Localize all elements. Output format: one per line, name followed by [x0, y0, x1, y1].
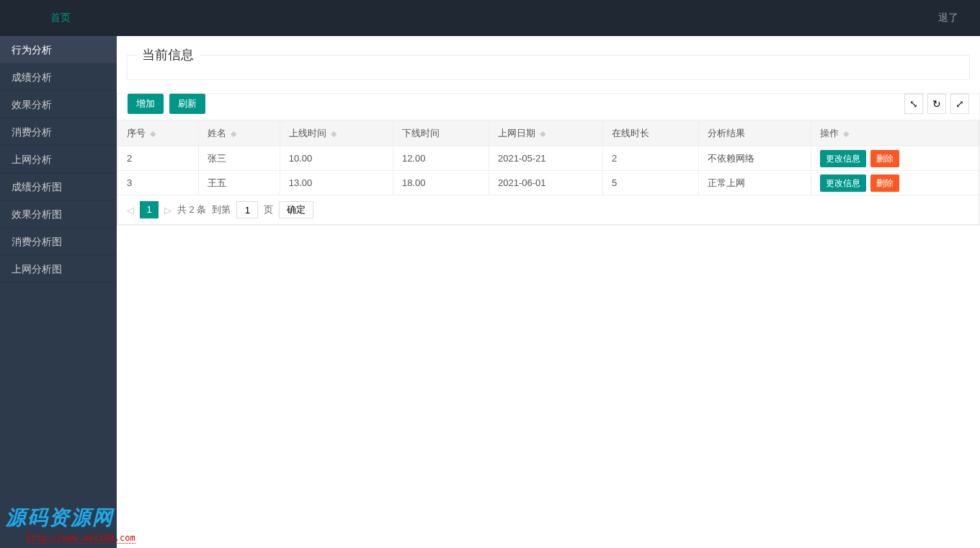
- table-cell: 张三: [199, 146, 280, 171]
- table-cell: 2021-05-21: [489, 146, 602, 171]
- page-next-icon[interactable]: ▷: [164, 205, 172, 216]
- sidebar-item-2[interactable]: 效果分析: [0, 91, 117, 118]
- table-cell: 12.00: [393, 146, 489, 171]
- sidebar-item-4[interactable]: 上网分析: [0, 146, 117, 173]
- col-result: 分析结果: [699, 120, 811, 146]
- table-row: 2张三10.0012.002021-05-212不依赖网络更改信息删除: [118, 146, 979, 171]
- goto-suffix: 页: [264, 203, 273, 216]
- col-online-time[interactable]: 上线时间◆: [280, 120, 393, 146]
- toolbar-icon-1[interactable]: ⤡: [904, 94, 923, 114]
- sort-icon: ◆: [843, 129, 849, 138]
- sidebar-item-1[interactable]: 成绩分析: [0, 63, 117, 91]
- table-row: 3王五13.0018.002021-06-015正常上网更改信息删除: [118, 171, 979, 195]
- table-cell-ops: 更改信息删除: [811, 171, 979, 195]
- data-table: 序号◆ 姓名◆ 上线时间◆ 下线时间 上网日期◆ 在线时长 分析结果 操作◆ 2…: [117, 120, 979, 195]
- col-online-date[interactable]: 上网日期◆: [489, 120, 602, 146]
- edit-button[interactable]: 更改信息: [820, 174, 866, 192]
- sidebar-item-7[interactable]: 消费分析图: [0, 228, 117, 255]
- col-seq[interactable]: 序号◆: [118, 120, 199, 146]
- table-cell: 2: [603, 146, 699, 171]
- main-content: 当前信息 增加 刷新 ⤡ ↻ ⤢ 序号◆ 姓名◆ 上线时间◆ 下线时间 上网日期…: [117, 36, 980, 548]
- sort-icon: ◆: [331, 129, 337, 138]
- table-toolbar: 增加 刷新 ⤡ ↻ ⤢: [117, 94, 979, 120]
- page-total: 共 2 条: [177, 203, 206, 216]
- table-cell: 5: [603, 171, 699, 195]
- fieldset-title: 当前信息: [136, 46, 200, 63]
- edit-button[interactable]: 更改信息: [820, 150, 866, 167]
- sidebar: 行为分析成绩分析效果分析消费分析上网分析成绩分析图效果分析图消费分析图上网分析图: [0, 36, 117, 548]
- sidebar-item-0[interactable]: 行为分析: [0, 36, 117, 63]
- sort-icon: ◆: [540, 129, 545, 138]
- goto-confirm-button[interactable]: 确定: [279, 201, 313, 218]
- table-cell: 13.00: [280, 171, 393, 195]
- top-header: 首页 退了: [0, 0, 980, 36]
- table-cell: 王五: [199, 171, 280, 195]
- watermark-url: http://www.net188.com: [26, 533, 135, 544]
- goto-input[interactable]: [236, 201, 258, 218]
- page-current[interactable]: 1: [140, 201, 159, 218]
- watermark: 源码资源网 http://www.net188.com: [0, 500, 141, 548]
- logout-link[interactable]: 退了: [938, 12, 958, 25]
- pagination: ◁ 1 ▷ 共 2 条 到第 页 确定: [117, 195, 979, 225]
- table-cell: 2: [118, 146, 199, 171]
- col-offline-time: 下线时间: [393, 120, 489, 146]
- add-button[interactable]: 增加: [128, 94, 164, 114]
- sidebar-item-3[interactable]: 消费分析: [0, 118, 117, 146]
- table-cell: 不依赖网络: [699, 146, 811, 171]
- info-fieldset: 当前信息: [127, 46, 970, 80]
- table-cell: 正常上网: [699, 171, 811, 195]
- table-cell: 3: [118, 171, 199, 195]
- toolbar-icon-2[interactable]: ↻: [927, 94, 946, 114]
- table-cell-ops: 更改信息删除: [811, 146, 979, 171]
- table-cell: 18.00: [393, 171, 489, 195]
- delete-button[interactable]: 删除: [870, 150, 899, 167]
- table-cell: 2021-06-01: [489, 171, 602, 195]
- delete-button[interactable]: 删除: [870, 174, 899, 192]
- goto-prefix: 到第: [212, 203, 231, 216]
- col-ops[interactable]: 操作◆: [811, 120, 979, 146]
- col-duration: 在线时长: [603, 120, 699, 146]
- page-prev-icon[interactable]: ◁: [127, 205, 134, 216]
- sidebar-item-6[interactable]: 效果分析图: [0, 200, 117, 228]
- col-name[interactable]: 姓名◆: [199, 120, 280, 146]
- home-link[interactable]: 首页: [50, 12, 71, 25]
- sidebar-item-8[interactable]: 上网分析图: [0, 255, 117, 283]
- refresh-button[interactable]: 刷新: [169, 94, 205, 114]
- watermark-title: 源码资源网: [6, 504, 135, 531]
- sort-icon: ◆: [150, 129, 156, 138]
- toolbar-icon-3[interactable]: ⤢: [950, 94, 969, 114]
- sidebar-item-5[interactable]: 成绩分析图: [0, 173, 117, 200]
- table-cell: 10.00: [280, 146, 393, 171]
- sort-icon: ◆: [231, 129, 236, 138]
